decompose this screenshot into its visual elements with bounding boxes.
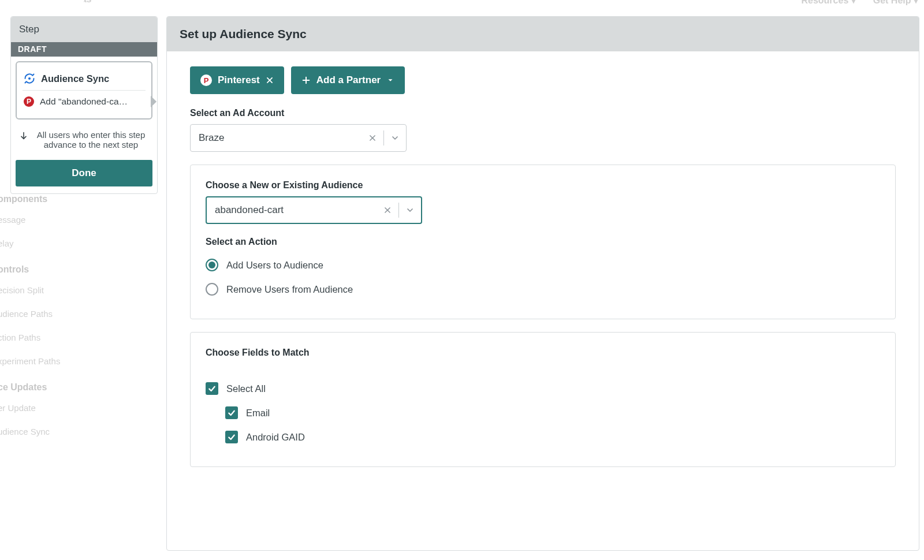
checkbox-label: Select All xyxy=(226,383,266,394)
plus-icon xyxy=(301,76,311,85)
step-panel: Step DRAFT Audience Sync P Add "abandone… xyxy=(10,16,158,194)
ad-account-select[interactable]: Braze xyxy=(190,124,407,152)
audience-section: Choose a New or Existing Audience abando… xyxy=(190,165,896,319)
select-action-label: Select an Action xyxy=(206,237,880,247)
checkbox-label: Email xyxy=(246,408,270,419)
checkbox-android-gaid[interactable]: Android GAID xyxy=(206,425,880,449)
audience-sync-icon xyxy=(24,73,35,84)
bg-gethelp-menu: Get Help ▾ xyxy=(873,0,918,6)
add-partner-button[interactable]: Add a Partner xyxy=(291,66,405,94)
bg-nav-item: ecision Split xyxy=(0,278,96,302)
choose-audience-label: Choose a New or Existing Audience xyxy=(206,180,880,191)
partner-chip-label: Pinterest xyxy=(218,74,260,86)
clear-icon[interactable] xyxy=(377,206,398,214)
bg-nav-item: udience Paths xyxy=(0,302,96,326)
main-panel: Set up Audience Sync P Pinterest Add a P… xyxy=(166,16,919,551)
bg-group-heading: ce Updates xyxy=(0,373,96,396)
arrow-down-icon xyxy=(19,131,28,150)
fields-heading: Choose Fields to Match xyxy=(206,348,880,358)
bg-nav-item: essage xyxy=(0,208,96,232)
step-panel-header: Step xyxy=(11,17,157,42)
audience-value: abandoned-cart xyxy=(207,204,377,216)
bg-resources-menu: Resources ▾ xyxy=(801,0,855,6)
audience-select[interactable]: abandoned-cart xyxy=(206,196,422,224)
svg-point-0 xyxy=(28,77,31,80)
chevron-down-icon[interactable] xyxy=(384,133,406,143)
ad-account-value: Braze xyxy=(191,132,362,144)
add-partner-label: Add a Partner xyxy=(316,74,381,86)
radio-remove-users[interactable]: Remove Users from Audience xyxy=(206,277,880,301)
main-title: Set up Audience Sync xyxy=(167,17,919,51)
radio-add-users[interactable]: Add Users to Audience xyxy=(206,253,880,277)
draft-badge: DRAFT xyxy=(11,42,157,57)
checkbox-icon xyxy=(206,382,218,395)
bg-nav-item: udience Sync xyxy=(0,420,96,443)
partner-chip-pinterest[interactable]: P Pinterest xyxy=(190,66,284,94)
done-button[interactable]: Done xyxy=(16,160,152,186)
radio-label: Add Users to Audience xyxy=(226,260,323,271)
fields-section: Choose Fields to Match Select All Email xyxy=(190,332,896,467)
checkbox-icon xyxy=(225,431,238,443)
checkbox-label: Android GAID xyxy=(246,432,305,443)
step-title: Audience Sync xyxy=(41,73,109,84)
bg-nav-item: er Update xyxy=(0,396,96,420)
checkbox-icon xyxy=(225,406,238,419)
checkbox-email[interactable]: Email xyxy=(206,401,880,425)
radio-icon xyxy=(206,283,218,296)
pinterest-icon: P xyxy=(200,74,212,86)
pinterest-icon: P xyxy=(24,96,34,107)
clear-icon[interactable] xyxy=(362,134,383,142)
advance-note-text: All users who enter this step advance to… xyxy=(33,130,149,150)
chevron-down-icon[interactable] xyxy=(399,206,421,215)
bg-group-heading: ontrols xyxy=(0,255,96,278)
radio-label: Remove Users from Audience xyxy=(226,284,353,295)
radio-icon xyxy=(206,259,218,271)
chevron-down-icon xyxy=(386,76,394,84)
step-card[interactable]: Audience Sync P Add "abandoned-ca… xyxy=(16,61,152,120)
checkbox-select-all[interactable]: Select All xyxy=(206,376,880,401)
step-subtitle: Add "abandoned-ca… xyxy=(40,96,128,107)
bg-nav-item: xperiment Paths xyxy=(0,349,96,373)
bg-nav-item: ction Paths xyxy=(0,326,96,349)
ad-account-label: Select an Ad Account xyxy=(190,108,896,118)
bg-nav-item: elay xyxy=(0,232,96,255)
close-icon[interactable] xyxy=(266,76,274,84)
